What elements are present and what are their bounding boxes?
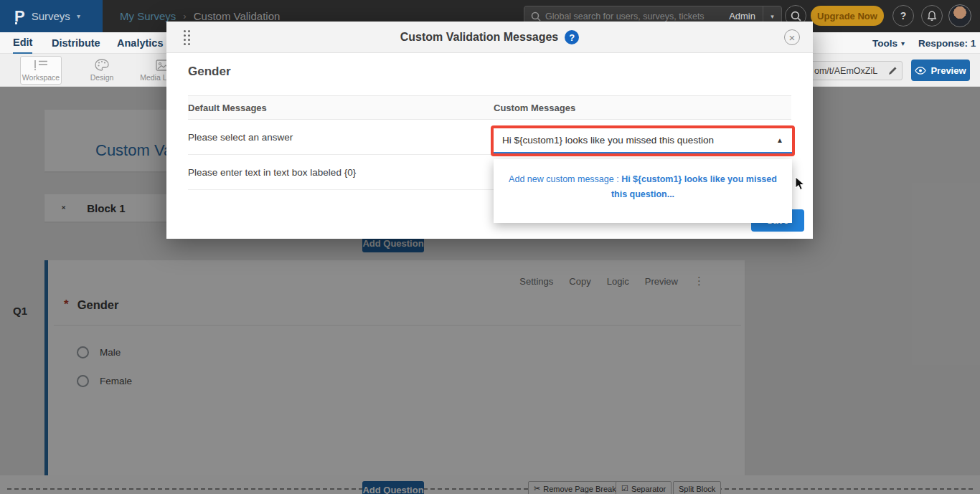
- search-icon: [791, 11, 801, 22]
- toolbar-item-design[interactable]: Design: [81, 56, 123, 85]
- chevron-down-icon: ▾: [771, 13, 774, 20]
- modal-title: Custom Validation Messages: [400, 31, 559, 44]
- select-dropdown-panel: Add new custom message : Hi ${custom1} l…: [494, 159, 792, 223]
- breadcrumb-my-surveys[interactable]: My Surveys: [120, 10, 176, 22]
- tab-distribute[interactable]: Distribute: [52, 32, 100, 54]
- breadcrumb-current: Custom Validation: [194, 10, 281, 22]
- modal-question-title: Gender: [188, 65, 231, 79]
- tab-edit[interactable]: Edit: [13, 32, 32, 54]
- add-new-custom-message-option[interactable]: Add new custom message : Hi ${custom1} l…: [508, 172, 778, 202]
- screen: P Surveys ▾ My Surveys › Custom Validati…: [0, 0, 980, 494]
- highlighted-select-outline: Hi ${custom1} looks like you missed this…: [491, 125, 795, 156]
- custom-message-select[interactable]: Hi ${custom1} looks like you missed this…: [494, 128, 792, 153]
- upgrade-now-button[interactable]: Upgrade Now: [811, 6, 884, 26]
- tab-analytics[interactable]: Analytics: [117, 32, 163, 54]
- pen-lines-icon: [33, 60, 49, 71]
- eye-icon: [915, 67, 926, 75]
- column-default-messages: Default Messages: [188, 103, 494, 113]
- response-count[interactable]: Response: 1: [918, 32, 976, 54]
- app-switcher[interactable]: P Surveys ▾: [0, 0, 103, 32]
- chevron-down-icon: ▾: [77, 12, 80, 20]
- share-url-field[interactable]: om/t/AEmOxZiL: [809, 61, 903, 80]
- modal-header: Custom Validation Messages ? ×: [166, 22, 813, 53]
- question-icon: ?: [900, 10, 907, 22]
- search-icon: [531, 11, 541, 22]
- custom-message-value: Hi ${custom1} looks like you missed this…: [502, 135, 776, 146]
- default-message-2: Please enter text in text box labeled {0…: [188, 167, 494, 178]
- column-custom-messages: Custom Messages: [494, 103, 791, 113]
- global-search-input[interactable]: [541, 11, 722, 22]
- help-button[interactable]: ?: [892, 5, 914, 27]
- pencil-icon[interactable]: [888, 66, 897, 75]
- product-name: Surveys: [32, 10, 70, 22]
- user-avatar[interactable]: [948, 4, 971, 27]
- chevron-down-icon: ▾: [901, 39, 905, 47]
- breadcrumb-separator-icon: ›: [183, 11, 186, 22]
- palette-icon: [95, 59, 109, 71]
- notifications-button[interactable]: [921, 5, 943, 27]
- share-url-value: om/t/AEmOxZiL: [814, 66, 885, 76]
- bell-icon: [927, 11, 937, 22]
- chevron-up-icon: ▲: [776, 136, 783, 144]
- close-icon[interactable]: ×: [784, 29, 800, 45]
- table-header-row: Default Messages Custom Messages: [188, 95, 791, 120]
- search-scope-label[interactable]: Admin: [722, 11, 763, 22]
- preview-button[interactable]: Preview: [911, 60, 970, 81]
- mouse-cursor: [795, 176, 806, 191]
- toolbar-item-workspace[interactable]: Workspace: [20, 56, 62, 85]
- tools-menu[interactable]: Tools ▾: [872, 32, 905, 54]
- help-icon[interactable]: ?: [565, 30, 579, 44]
- custom-validation-modal: Custom Validation Messages ? × Gender De…: [166, 22, 813, 239]
- default-message-1: Please select an answer: [188, 132, 494, 143]
- app-logo-icon: P: [14, 9, 25, 24]
